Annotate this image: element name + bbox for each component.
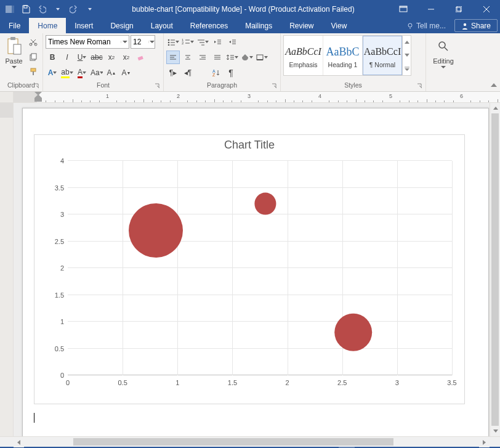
dialog-launcher-icon[interactable] (155, 83, 162, 91)
chart-plot-area[interactable]: 00.511.522.533.5400.511.522.533.5 (68, 161, 452, 375)
scroll-down-icon[interactable] (490, 426, 500, 436)
superscript-button[interactable]: x2 (119, 51, 133, 64)
ruler-corner[interactable] (0, 92, 14, 102)
gallery-up-icon[interactable] (403, 36, 411, 49)
tab-design[interactable]: Design (102, 18, 142, 33)
hruler-track[interactable]: 123456 (14, 92, 500, 102)
tab-references[interactable]: References (182, 18, 236, 33)
text-effects-button[interactable]: A (46, 66, 59, 79)
copy-button[interactable] (26, 50, 40, 63)
tab-mailings[interactable]: Mailings (236, 18, 281, 33)
page[interactable]: Chart Title 00.511.522.533.5400.511.522.… (22, 108, 489, 436)
show-hide-marks-button[interactable]: ¶ (224, 66, 238, 79)
undo-dropdown-icon[interactable] (50, 2, 65, 17)
editing-button[interactable]: Editing (429, 35, 458, 68)
horizontal-ruler[interactable]: 123456 (0, 92, 500, 103)
tell-me-search[interactable]: Tell me... (400, 18, 452, 33)
close-button[interactable] (472, 0, 500, 18)
clear-formatting-button[interactable] (134, 51, 148, 64)
font-color-button[interactable]: A (75, 66, 89, 79)
minimize-button[interactable] (417, 0, 445, 18)
bubble-point[interactable] (334, 314, 373, 352)
line-spacing-button[interactable] (225, 51, 239, 64)
borders-button[interactable] (255, 51, 268, 64)
dialog-launcher-icon[interactable] (272, 83, 279, 91)
align-center-button[interactable] (181, 51, 195, 64)
tab-home[interactable]: Home (29, 18, 66, 33)
format-painter-button[interactable] (26, 65, 40, 78)
italic-button[interactable]: I (60, 51, 74, 64)
highlight-button[interactable]: ab (60, 66, 74, 79)
strikethrough-button[interactable]: abc (90, 51, 103, 64)
underline-button[interactable]: U (75, 51, 89, 64)
vertical-ruler[interactable] (0, 103, 14, 436)
font-size-input[interactable] (131, 38, 148, 46)
vscroll-thumb[interactable] (491, 113, 499, 426)
restore-button[interactable] (445, 0, 472, 18)
change-case-button[interactable]: Aa (90, 66, 103, 79)
align-left-button[interactable] (166, 51, 180, 64)
decrease-indent-button[interactable] (211, 35, 224, 49)
vscroll-track[interactable] (490, 113, 500, 426)
bubble-point[interactable] (129, 203, 183, 258)
undo-icon[interactable] (34, 2, 49, 17)
align-right-button[interactable] (196, 51, 209, 64)
ribbon-display-options-icon[interactable] (389, 0, 417, 18)
numbering-button[interactable]: 12 (181, 35, 195, 49)
word-app-icon[interactable] (2, 2, 17, 17)
document-area[interactable]: Chart Title 00.511.522.533.5400.511.522.… (14, 103, 490, 436)
tab-review[interactable]: Review (281, 18, 322, 33)
font-name-input[interactable] (46, 38, 121, 46)
horizontal-scrollbar[interactable] (0, 436, 500, 447)
font-name-combo[interactable] (46, 35, 129, 49)
chevron-down-icon[interactable] (121, 41, 129, 43)
styles-gallery[interactable]: AaBbCcIEmphasis AaBbCHeading 1 AaBbCcI¶ … (283, 35, 411, 76)
group-label-font: Font (43, 81, 163, 91)
scroll-up-icon[interactable] (490, 103, 500, 113)
chart-object[interactable]: Chart Title 00.511.522.533.5400.511.522.… (34, 134, 465, 404)
style-emphasis[interactable]: AaBbCcIEmphasis (284, 36, 323, 75)
dialog-launcher-icon[interactable] (34, 83, 41, 91)
scroll-right-icon[interactable] (479, 437, 490, 447)
bullets-button[interactable] (166, 35, 180, 49)
tab-insert[interactable]: Insert (66, 18, 102, 33)
sort-button[interactable]: AZ (209, 66, 223, 79)
collapse-ribbon-icon[interactable] (489, 80, 499, 90)
tab-view[interactable]: View (323, 18, 356, 33)
svg-rect-19 (31, 54, 36, 59)
multilevel-list-button[interactable] (196, 35, 209, 49)
redo-icon[interactable] (67, 2, 81, 17)
tab-layout[interactable]: Layout (142, 18, 182, 33)
chart-title[interactable]: Chart Title (34, 135, 464, 153)
rtl-direction-button[interactable]: ◂¶ (181, 66, 195, 79)
share-button[interactable]: Share (454, 19, 498, 32)
cut-button[interactable] (26, 35, 40, 49)
dialog-launcher-icon[interactable] (417, 83, 424, 91)
shading-button[interactable] (240, 51, 254, 64)
group-paragraph: 12 ¶▸ ◂¶ AZ ¶ Paragraph (164, 33, 281, 91)
gallery-more-icon[interactable] (403, 62, 411, 75)
paste-button[interactable]: Paste (2, 35, 25, 68)
scroll-left-icon[interactable] (14, 437, 24, 447)
bold-button[interactable]: B (46, 51, 59, 64)
gallery-down-icon[interactable] (403, 49, 411, 62)
tab-file[interactable]: File (0, 18, 29, 33)
hscroll-thumb[interactable] (73, 438, 393, 446)
hscroll-track[interactable] (24, 437, 479, 447)
shrink-font-button[interactable]: A▼ (119, 66, 133, 79)
ltr-direction-button[interactable]: ¶▸ (166, 66, 180, 79)
save-icon[interactable] (18, 2, 33, 17)
grow-font-button[interactable]: A▲ (105, 66, 118, 79)
svg-rect-2 (24, 6, 27, 8)
vertical-scrollbar[interactable] (490, 103, 500, 436)
bubble-point[interactable] (254, 193, 276, 214)
increase-indent-button[interactable] (225, 35, 239, 49)
justify-button[interactable] (211, 51, 224, 64)
font-size-combo[interactable] (131, 35, 155, 49)
style-heading1[interactable]: AaBbCHeading 1 (323, 36, 363, 75)
subscript-button[interactable]: x2 (105, 51, 118, 64)
first-line-indent-marker[interactable] (34, 92, 42, 102)
qat-customize-icon[interactable] (83, 2, 97, 17)
chevron-down-icon[interactable] (148, 41, 155, 43)
style-normal[interactable]: AaBbCcI¶ Normal (363, 36, 402, 75)
